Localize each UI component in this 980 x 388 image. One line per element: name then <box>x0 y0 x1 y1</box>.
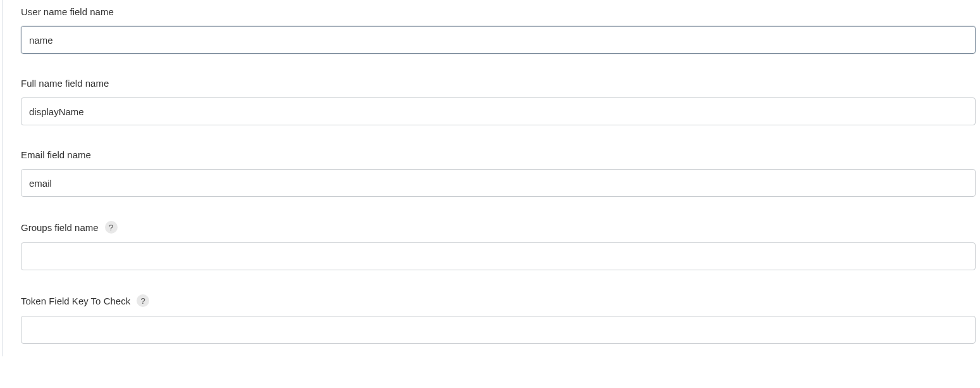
label-row: User name field name <box>21 6 980 17</box>
groups-label: Groups field name <box>21 222 99 233</box>
label-row: Token Field Key To Check ? <box>21 294 980 307</box>
form-group-groups: Groups field name ? <box>21 221 980 270</box>
label-row: Email field name <box>21 149 980 160</box>
token-key-input[interactable] <box>21 316 976 344</box>
username-input[interactable] <box>21 26 976 54</box>
token-key-label: Token Field Key To Check <box>21 296 130 306</box>
help-icon[interactable]: ? <box>105 221 118 234</box>
form-group-email: Email field name <box>21 149 980 197</box>
label-row: Full name field name <box>21 78 980 89</box>
username-label: User name field name <box>21 6 114 17</box>
email-label: Email field name <box>21 149 91 160</box>
fullname-label: Full name field name <box>21 78 109 89</box>
label-row: Groups field name ? <box>21 221 980 234</box>
email-input[interactable] <box>21 169 976 197</box>
form-group-fullname: Full name field name <box>21 78 980 125</box>
form-section: User name field name Full name field nam… <box>3 0 980 356</box>
form-group-token-key: Token Field Key To Check ? <box>21 294 980 344</box>
help-icon[interactable]: ? <box>137 294 149 307</box>
fullname-input[interactable] <box>21 97 976 125</box>
form-group-username: User name field name <box>21 6 980 54</box>
groups-input[interactable] <box>21 242 976 270</box>
